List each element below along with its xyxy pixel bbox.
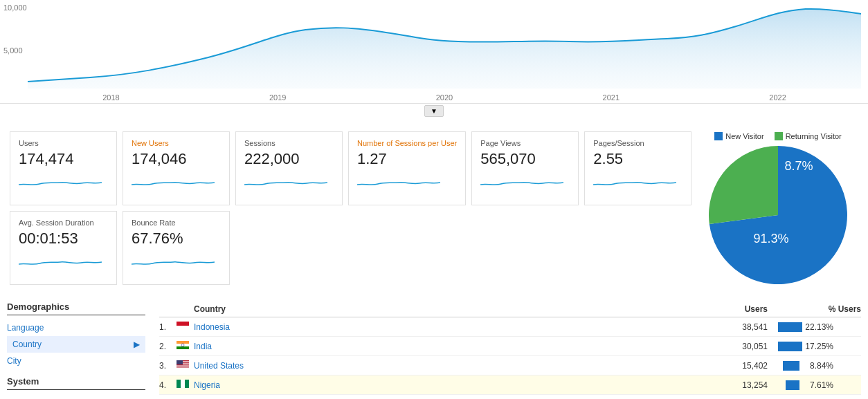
pie-section: New Visitor Returning Visitor 8.7%91.3% (695, 129, 861, 288)
y-label-10000: 10,000 (3, 3, 27, 12)
demographics-title: Demographics (7, 301, 145, 315)
chart-x-labels: 2018 2019 2020 2021 2022 (28, 91, 861, 103)
sparkline-1 (132, 171, 215, 192)
pct-text-0: 22.13% (805, 322, 833, 332)
svg-rect-5 (177, 344, 189, 346)
sparkline-4 (480, 171, 563, 192)
users-count-3: 13,254 (723, 380, 778, 390)
demo-link-browser[interactable]: Browser (7, 394, 145, 399)
country-name-0: Indonesia (194, 322, 723, 332)
stat-value-4: 565,070 (480, 150, 570, 168)
flag-1 (177, 341, 194, 351)
x-label-2022: 2022 (769, 93, 786, 102)
svg-text:91.3%: 91.3% (753, 232, 788, 245)
svg-rect-11 (177, 364, 189, 366)
svg-rect-6 (177, 346, 189, 349)
stat-value-2: 222,000 (244, 150, 334, 168)
sparkline-7 (132, 250, 215, 271)
sparkline-6 (19, 250, 102, 271)
table-row-0: 1. Indonesia 38,541 22.13% (159, 317, 861, 337)
bar-container-0: 22.13% (778, 322, 833, 332)
stat-value-6: 00:01:53 (19, 230, 108, 248)
svg-rect-13 (177, 360, 183, 364)
pct-cell-1: 17.25% (778, 342, 861, 351)
stat-card-2: Sessions 222,000 (235, 131, 343, 205)
stat-label-1: New Users (132, 139, 221, 147)
sparkline-5 (593, 171, 676, 192)
bar-visual-1 (778, 342, 802, 351)
svg-rect-4 (177, 341, 189, 344)
country-name-2: United States (194, 361, 723, 371)
new-visitor-label: New Visitor (725, 132, 763, 140)
svg-rect-12 (177, 366, 189, 368)
users-count-0: 38,541 (723, 322, 778, 332)
bar-container-1: 17.25% (778, 342, 833, 351)
row-num-1: 2. (159, 342, 177, 351)
stat-label-0: Users (19, 139, 108, 147)
returning-visitor-label: Returning Visitor (786, 132, 842, 140)
stat-card-0: Users 174,474 (10, 131, 117, 205)
svg-rect-14 (177, 380, 181, 388)
stat-card-6: Avg. Session Duration 00:01:53 (10, 211, 117, 285)
users-count-1: 30,051 (723, 342, 778, 351)
table-row-2: 3. United States 15,402 8.84% (159, 356, 861, 375)
pct-cell-2: 8.84% (778, 361, 861, 371)
bar-visual-3 (786, 380, 799, 390)
svg-rect-2 (177, 322, 189, 326)
stat-label-3: Number of Sessions per User (357, 139, 457, 147)
flag-2 (177, 360, 194, 371)
bottom-section: Demographics Language Country ▶ City Sys… (0, 295, 868, 399)
svg-rect-3 (177, 326, 189, 330)
svg-text:8.7%: 8.7% (784, 159, 813, 173)
demographics-section: Demographics Language Country ▶ City Sys… (7, 301, 145, 399)
stat-card-7: Bounce Rate 67.76% (123, 211, 230, 285)
main-chart: 10,000 5,000 2018 2019 2020 2021 2022 (0, 0, 868, 104)
bar-container-3: 7.61% (778, 380, 833, 390)
stat-value-1: 174,046 (132, 150, 221, 168)
x-label-2021: 2021 (603, 93, 620, 102)
table-row-1: 2. India 30,051 17.25% (159, 337, 861, 356)
stat-value-3: 1.27 (357, 150, 457, 168)
new-visitor-dot (714, 132, 723, 140)
x-label-2020: 2020 (436, 93, 453, 102)
row-num-3: 4. (159, 380, 177, 390)
demo-link-language[interactable]: Language (7, 319, 145, 336)
demo-link-city[interactable]: City (7, 353, 145, 369)
pct-text-2: 8.84% (802, 361, 833, 371)
chart-y-labels: 10,000 5,000 (3, 0, 27, 103)
stat-card-5: Pages/Session 2.55 (584, 131, 691, 205)
col-pct-header: % Users (778, 304, 861, 314)
x-label-2019: 2019 (269, 93, 286, 102)
row-num-0: 1. (159, 322, 177, 332)
stat-card-4: Page Views 565,070 (471, 131, 579, 205)
pct-cell-0: 22.13% (778, 322, 861, 332)
demo-item-country[interactable]: Country ▶ (7, 336, 145, 353)
stat-label-7: Bounce Rate (132, 219, 221, 227)
stats-section: Users 174,474 New Users 174,046 Sessions… (0, 118, 868, 295)
bar-visual-0 (778, 322, 802, 332)
row-num-2: 3. (159, 361, 177, 371)
table-row-3: 4. Nigeria 13,254 7.61% (159, 375, 861, 395)
country-link-2[interactable]: United States (194, 361, 244, 371)
pct-text-3: 7.61% (802, 380, 833, 390)
scroll-button[interactable]: ▼ (424, 105, 444, 117)
country-link-3[interactable]: Nigeria (194, 380, 220, 390)
legend-new-visitor: New Visitor (714, 132, 763, 140)
table-header: Country Users % Users (159, 301, 861, 317)
pct-text-1: 17.25% (805, 342, 833, 351)
legend-returning-visitor: Returning Visitor (775, 132, 842, 140)
col-country-header: Country (194, 304, 723, 314)
pct-cell-3: 7.61% (778, 380, 861, 390)
stat-label-2: Sessions (244, 139, 334, 147)
col-users-header: Users (723, 304, 778, 314)
country-name-1: India (194, 342, 723, 351)
stat-label-5: Pages/Session (593, 139, 682, 147)
country-link-0[interactable]: Indonesia (194, 322, 230, 332)
country-link-1[interactable]: India (194, 342, 212, 351)
country-name-3: Nigeria (194, 380, 723, 390)
returning-visitor-dot (775, 132, 783, 140)
stat-value-5: 2.55 (593, 150, 682, 168)
svg-rect-15 (181, 380, 185, 388)
stat-value-0: 174,474 (19, 150, 108, 168)
scroll-indicator: ▼ (0, 104, 868, 118)
